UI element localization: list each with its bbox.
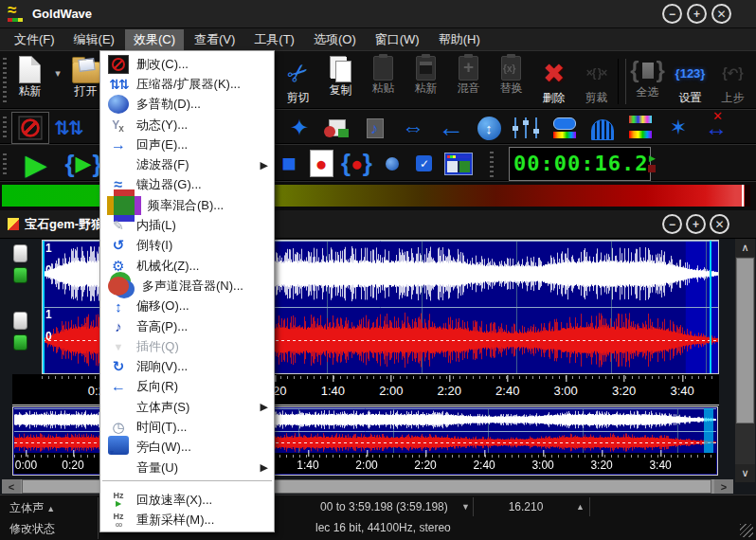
menu-item-narration[interactable]: 旁白(W)... ▶ [100,438,274,458]
selection-start-marker[interactable] [43,241,45,373]
scroll-up-icon[interactable]: ∧ [735,239,755,257]
menu-item-stereo[interactable]: 立体声(S) ▶ [100,397,274,417]
scroll-left-icon[interactable]: < [2,479,21,494]
vertical-scrollbar-thumb[interactable] [736,258,754,423]
maximize-button[interactable]: + [686,214,706,234]
menu-item-pitch[interactable]: 音高(P)... ▶ [100,316,274,336]
menu-separator[interactable]: ▶ [102,480,272,488]
zoom-slider-handle[interactable] [13,267,27,283]
menu-item-invert[interactable]: 倒转(I) ▶ [100,236,274,256]
pitch-fx-button[interactable] [356,112,394,144]
trim-button[interactable]: 剪裁 [575,56,618,106]
scroll-down-icon[interactable]: ∨ [735,464,755,482]
close-button[interactable]: ✕ [711,4,731,24]
filter-fx-button[interactable] [546,112,584,144]
resize-grip[interactable] [740,524,753,537]
menu-help[interactable]: 帮助(H) [430,29,489,50]
menu-edit[interactable]: 编辑(E) [65,29,123,50]
menu-item-mechanize[interactable]: 机械化(Z)... ▶ [100,256,274,276]
menu-item-reverb[interactable]: 混响(V)... ▶ [100,356,274,376]
vertical-scrollbar[interactable]: ∧ ∨ [735,239,755,482]
position-value[interactable]: 16.210 [478,500,573,513]
compressor-fx-button[interactable] [49,112,87,144]
menu-view[interactable]: 查看(V) [186,29,243,50]
menu-item-plugin[interactable]: 插件(Q) ▶ [100,336,274,356]
menu-item-doppler[interactable]: 多普勒(D)... ▶ [100,95,274,115]
cut-button[interactable]: 剪切 [277,56,319,106]
selection-end-marker[interactable] [710,241,711,373]
paste-button[interactable]: 粘贴 [362,56,405,97]
spectrum-filter-fx-button[interactable] [621,112,659,144]
stop-button[interactable] [277,148,301,180]
selection-range[interactable]: 00 to 3:59.198 (3:59.198) [320,500,448,513]
zoom-slider-handle[interactable] [13,312,27,330]
undo-step-button[interactable]: 上步 [711,56,754,106]
noise-reduction-fx-button[interactable] [697,112,735,144]
toolbar-separator[interactable] [618,59,626,104]
play-selection-button[interactable]: ▶ [63,148,104,180]
close-icon: ✕ [714,219,724,230]
toolbar-grip[interactable] [3,151,7,174]
monitor-dot-toggle[interactable] [380,148,405,180]
menu-item-filter[interactable]: 滤波器(F) ▶ [100,154,274,174]
menu-item-cut-modify[interactable]: 删改(C)... ▶ [100,54,274,74]
menu-item-freq-blend[interactable]: 频率混合(B)... ▶ [100,195,274,215]
menu-item-reverse[interactable]: 反向(R) ▶ [100,377,274,397]
toolbar-grip[interactable] [3,116,7,137]
record-selection-button[interactable]: ● [341,148,372,180]
gate-fx-button[interactable] [584,112,621,144]
toolbar-grip[interactable] [3,57,7,102]
selection-toggle-icon[interactable]: ▼ [461,502,470,512]
paste-new-button[interactable]: 粘新 [9,56,51,99]
select-all-button[interactable]: 全选 [626,56,669,100]
menu-item-multichannel-mixer[interactable]: 多声道混音器(N)... ▶ [100,276,274,296]
minimize-button[interactable]: − [662,214,682,234]
replace-button[interactable]: 替换 [490,56,532,97]
minimize-icon: − [669,9,675,20]
control-window-button[interactable] [444,148,473,180]
menu-item-dynamics[interactable]: 动态(Y)... ▶ [100,115,274,135]
new-dropdown-chevron[interactable] [51,56,64,90]
spread-fx-button[interactable] [394,112,432,144]
menu-item-resample[interactable]: 重新采样(M)... ▶ [100,511,274,531]
zoom-slider-handle[interactable] [13,334,27,351]
close-button[interactable]: ✕ [710,214,729,234]
copy-button[interactable]: 复制 [319,56,362,99]
delete-button[interactable]: 删除 [532,56,575,106]
zoom-slider-handle[interactable] [13,244,27,262]
monitor-check-toggle[interactable]: ✓ [412,148,437,180]
equalizer-fx-button[interactable] [508,112,546,144]
mix-button[interactable]: 混音 [447,56,490,97]
menu-item-compressor[interactable]: 压缩器/扩展器(K)... ▶ [100,74,274,94]
menu-item-flanger[interactable]: 镶边器(G)... ▶ [100,175,274,195]
reverse-fx-button[interactable] [432,112,470,144]
menu-item-echo[interactable]: 回声(E)... ▶ [100,135,274,154]
channel-mode[interactable]: 立体声 ▲ [9,500,55,516]
menu-window[interactable]: 窗口(W) [367,29,428,50]
position-toggle-icon[interactable]: ▲ [576,502,585,512]
menu-item-interpolate[interactable]: 内插(L) ▶ [100,215,274,235]
time-display[interactable]: 00:00:16.2 ▶ [509,147,651,181]
menu-item-time[interactable]: 时间(T)... ▶ [100,417,274,437]
maximize-button[interactable]: + [687,4,707,24]
cut-modify-fx-button[interactable] [11,112,49,144]
play-button[interactable] [15,148,57,180]
menu-item-offset[interactable]: 偏移(O)... ▶ [100,297,274,316]
menu-item-volume[interactable]: 音量(U) ▶ [100,458,274,477]
mechanize-fx-button[interactable] [280,112,318,144]
menu-tool[interactable]: 工具(T) [245,29,303,50]
mini-stop-icon [648,165,656,172]
menu-file[interactable]: 文件(F) [6,29,63,50]
record-button[interactable] [309,148,333,180]
paste-new-window-button[interactable]: 粘新 [405,56,447,97]
scroll-right-icon[interactable]: > [714,479,733,494]
menu-item-playback-rate[interactable]: 回放速率(X)... ▶ [100,490,274,510]
settings-button[interactable]: 设置 [669,56,711,106]
mixer-fx-button[interactable] [318,112,356,144]
offset-fx-button[interactable] [470,112,508,144]
menu-options[interactable]: 选项(O) [305,29,365,50]
menu-effect[interactable]: 效果(C) [125,29,184,50]
pop-removal-fx-button[interactable] [659,112,697,144]
minimize-button[interactable]: − [662,4,682,24]
toolbar-grip[interactable] [490,151,494,177]
